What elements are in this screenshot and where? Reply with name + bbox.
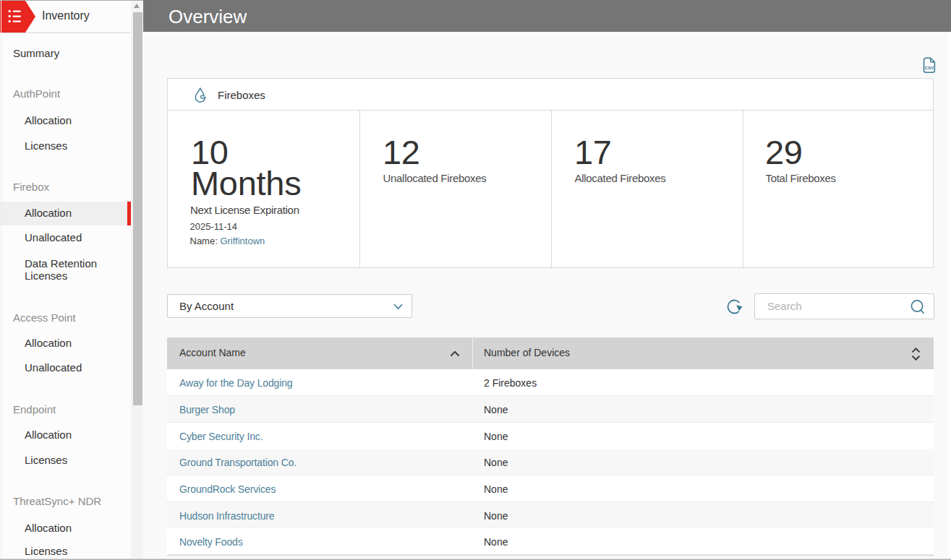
- svg-text:CSV: CSV: [925, 65, 935, 70]
